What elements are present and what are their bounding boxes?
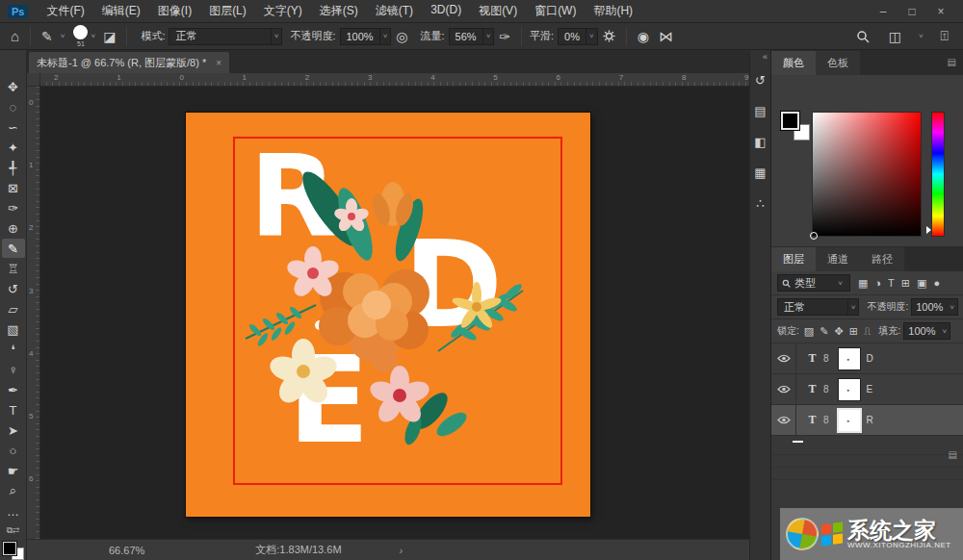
layer-row[interactable]: T 8 ▪ R bbox=[771, 405, 963, 436]
workspace-icon[interactable]: ◫ bbox=[884, 29, 906, 44]
collapse-panels-icon[interactable]: « bbox=[750, 50, 770, 64]
hue-slider[interactable] bbox=[931, 112, 945, 237]
visibility-eye-icon[interactable] bbox=[771, 344, 796, 373]
menu-item[interactable]: 文件(F) bbox=[38, 0, 92, 22]
brush-tool-icon[interactable]: ✎ bbox=[37, 29, 58, 44]
window-button[interactable]: – bbox=[869, 5, 898, 18]
layer-row[interactable]: T 8 ▪ E bbox=[771, 374, 963, 405]
lock-option-icon[interactable]: ✥ bbox=[834, 325, 843, 338]
close-tab-icon[interactable]: × bbox=[216, 58, 221, 68]
dock-panel-icon[interactable]: ↺ bbox=[755, 73, 766, 88]
chevron-down-icon[interactable]: ˅ bbox=[916, 32, 926, 40]
layer-row[interactable]: T 8 ▪ D bbox=[771, 344, 963, 374]
tool-button[interactable]: ✦ bbox=[2, 138, 25, 157]
panel-tab[interactable]: 通道 bbox=[816, 247, 860, 271]
swap-colors-icon[interactable]: ⧉⇄ bbox=[7, 525, 20, 536]
brush-panel-toggle-icon[interactable]: ◪ bbox=[98, 29, 120, 44]
tool-button[interactable]: ⌕ bbox=[2, 481, 25, 500]
panel-menu-icon[interactable]: ▤ bbox=[949, 449, 958, 460]
menu-item[interactable]: 3D(D) bbox=[422, 0, 470, 22]
chevron-down-icon[interactable]: ˅ bbox=[58, 32, 68, 40]
panel-menu-icon[interactable]: ▤ bbox=[948, 57, 957, 67]
chevron-down-icon[interactable]: ˅ bbox=[88, 32, 98, 40]
foreground-background-swatches[interactable] bbox=[3, 542, 24, 560]
saturation-brightness-field[interactable] bbox=[812, 112, 922, 237]
layer-mask-thumbnail[interactable]: ▪ bbox=[838, 409, 861, 432]
tool-button[interactable]: ✎ bbox=[2, 239, 25, 258]
tool-button[interactable]: ❛ bbox=[2, 340, 25, 359]
tool-button[interactable]: ⊕ bbox=[2, 218, 25, 238]
tool-button[interactable]: ✒ bbox=[2, 380, 25, 399]
menu-item[interactable]: 图像(I) bbox=[149, 0, 200, 22]
share-icon[interactable]: ⍐ bbox=[936, 28, 953, 44]
hue-slider-pointer[interactable] bbox=[926, 226, 931, 234]
panel-tab[interactable]: 颜色 bbox=[771, 51, 816, 75]
layer-mask-thumbnail[interactable]: ▪ bbox=[838, 378, 861, 401]
menu-item[interactable]: 选择(S) bbox=[311, 0, 367, 22]
tool-button[interactable]: ➤ bbox=[2, 420, 25, 440]
home-icon[interactable]: ⌂ bbox=[6, 28, 24, 44]
document-tab[interactable]: 未标题-1 @ 66.7% (R, 图层蒙版/8) * × bbox=[29, 52, 229, 73]
menu-item[interactable]: 编辑(E) bbox=[93, 0, 149, 22]
tool-button[interactable]: ∽ bbox=[2, 117, 25, 137]
type-layer-thumbnail[interactable]: T bbox=[804, 412, 820, 428]
layer-filter-dropdown[interactable]: 类型 ˅ bbox=[777, 274, 850, 292]
opacity-pressure-icon[interactable]: ◎ bbox=[391, 29, 412, 44]
gear-icon[interactable] bbox=[598, 30, 620, 42]
tool-button[interactable]: ○ bbox=[2, 441, 25, 460]
filter-icon[interactable]: ▦ bbox=[858, 277, 868, 290]
smoothing-dropdown[interactable]: 0% ˅ bbox=[558, 28, 598, 45]
filter-icon[interactable]: T bbox=[888, 277, 895, 289]
type-layer-thumbnail[interactable]: T bbox=[804, 350, 820, 367]
search-icon[interactable] bbox=[851, 30, 874, 43]
blend-mode-dropdown[interactable]: 正常 ˅ bbox=[169, 28, 282, 45]
tool-button[interactable]: ♀ bbox=[2, 360, 25, 379]
tool-button[interactable]: ▧ bbox=[2, 319, 25, 339]
type-layer-thumbnail[interactable]: T bbox=[804, 381, 820, 397]
layer-blend-mode-dropdown[interactable]: 正常 ˅ bbox=[777, 298, 859, 316]
tool-button[interactable]: ☛ bbox=[2, 461, 25, 480]
tool-button[interactable]: ▱ bbox=[2, 299, 25, 318]
status-chevron-icon[interactable]: › bbox=[400, 545, 403, 556]
menu-item[interactable]: 视图(V) bbox=[470, 0, 526, 22]
menu-item[interactable]: 帮助(H) bbox=[585, 0, 641, 22]
panel-tab[interactable]: 色板 bbox=[816, 51, 860, 75]
tool-button[interactable]: ⊠ bbox=[2, 178, 25, 197]
menu-item[interactable]: 窗口(W) bbox=[526, 0, 585, 22]
tool-button[interactable]: … bbox=[2, 501, 25, 521]
menu-item[interactable]: 文字(Y) bbox=[255, 0, 311, 22]
dock-panel-icon[interactable]: ∴ bbox=[756, 196, 764, 211]
panel-tab[interactable]: 路径 bbox=[860, 247, 904, 271]
document-canvas[interactable]: R D E bbox=[186, 113, 590, 517]
visibility-eye-icon[interactable] bbox=[771, 374, 796, 404]
lock-option-icon[interactable]: ⎍ bbox=[864, 325, 872, 338]
tool-button[interactable]: ↺ bbox=[2, 279, 25, 298]
window-button[interactable]: □ bbox=[898, 5, 926, 18]
opacity-dropdown[interactable]: 100% ˅ bbox=[340, 28, 392, 45]
layer-mask-thumbnail[interactable]: ▪ bbox=[838, 347, 861, 370]
layer-fill-dropdown[interactable]: 100% ˅ bbox=[903, 322, 950, 340]
tool-button[interactable]: ╃ bbox=[2, 158, 25, 177]
zoom-level-field[interactable]: 66.67% bbox=[109, 545, 144, 556]
foreground-color-swatch[interactable] bbox=[3, 542, 16, 555]
window-button[interactable]: × bbox=[926, 5, 955, 18]
color-cursor[interactable] bbox=[810, 232, 818, 240]
color-swatches[interactable] bbox=[781, 112, 810, 140]
flow-dropdown[interactable]: 56% ˅ bbox=[449, 28, 495, 45]
tool-button[interactable]: ✥ bbox=[2, 77, 25, 96]
symmetry-butterfly-icon[interactable]: ⋈ bbox=[654, 28, 678, 45]
tool-button[interactable]: T bbox=[2, 400, 25, 420]
lock-option-icon[interactable]: ▨ bbox=[804, 325, 814, 338]
layer-opacity-dropdown[interactable]: 100% ˅ bbox=[911, 298, 958, 316]
lock-option-icon[interactable]: ⊞ bbox=[849, 325, 858, 338]
menu-item[interactable]: 滤镜(T) bbox=[367, 0, 422, 22]
brush-preset-picker[interactable]: 51 bbox=[73, 25, 88, 47]
filter-icon[interactable]: ▣ bbox=[917, 277, 926, 290]
airbrush-icon[interactable]: ✑ bbox=[494, 29, 515, 44]
menu-item[interactable]: 图层(L) bbox=[200, 0, 255, 22]
tool-button[interactable]: ♖ bbox=[2, 259, 25, 278]
filter-icon[interactable]: ◑ bbox=[874, 277, 881, 289]
lock-option-icon[interactable]: ✎ bbox=[820, 325, 828, 338]
size-pressure-icon[interactable]: ◉ bbox=[633, 29, 654, 44]
visibility-eye-icon[interactable] bbox=[771, 405, 796, 435]
